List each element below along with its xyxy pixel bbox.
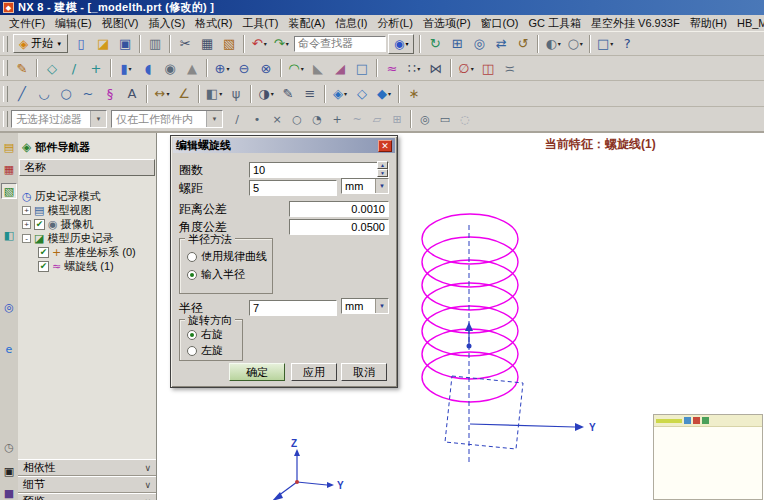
copy-icon[interactable]: ▦	[197, 34, 217, 54]
help-icon[interactable]: ?	[617, 34, 637, 54]
shell-icon[interactable]: □	[352, 58, 372, 78]
start-button[interactable]: ◈ 开始 ▼	[13, 34, 68, 53]
mini-toolbar-icon[interactable]	[693, 417, 700, 424]
history-palette-icon[interactable]: ◷	[1, 439, 17, 455]
assembly-navigator-icon[interactable]: ▤	[1, 139, 17, 155]
datum-axis-icon[interactable]: /	[64, 58, 84, 78]
zoom-icon[interactable]: ◎	[469, 34, 489, 54]
roles-icon[interactable]: ■	[1, 485, 17, 500]
selection-scope-combo[interactable]: 仅在工作部件内 ▼	[111, 110, 223, 128]
menu-item-6[interactable]: 装配(A)	[283, 15, 330, 32]
trim-body-icon[interactable]: ∅▾	[456, 58, 476, 78]
orient-view-icon[interactable]: ◈▾	[330, 84, 350, 104]
paste-icon[interactable]: ▧	[219, 34, 239, 54]
radio-enter-radius[interactable]: 输入半径	[187, 267, 245, 282]
chevron-down-icon[interactable]: ▾	[129, 65, 132, 72]
snap-point-on-face-icon[interactable]: ▱	[368, 110, 386, 128]
chevron-down-icon[interactable]: ▼	[375, 299, 388, 313]
menu-item-10[interactable]: 窗口(O)	[476, 15, 524, 32]
redo-icon[interactable]: ↷▾	[271, 34, 291, 54]
edge-blend-icon[interactable]: ◠▾	[286, 58, 306, 78]
snap-point-settings-icon[interactable]: ∗	[404, 84, 424, 104]
spin-down-icon[interactable]: ▼	[377, 169, 388, 177]
menu-item-4[interactable]: 格式(R)	[190, 15, 237, 32]
window-icon[interactable]: □▾	[595, 34, 615, 54]
selection-filter-combo[interactable]: 无选择过滤器 ▼	[11, 110, 107, 128]
section-view-icon[interactable]: ◧▾	[204, 84, 224, 104]
toolbar-grip[interactable]	[3, 111, 8, 127]
mini-toolbar-icon[interactable]	[684, 417, 691, 424]
toolbar-grip[interactable]	[3, 60, 8, 76]
constraint-navigator-icon[interactable]: ▦	[1, 161, 17, 177]
snap-quadrant-icon[interactable]: ◔	[308, 110, 326, 128]
helix-curve[interactable]	[422, 214, 518, 402]
line-icon[interactable]: ╱	[12, 84, 32, 104]
snap-arc-center-icon[interactable]: ○	[288, 110, 306, 128]
checkbox-checked-icon[interactable]: ✔	[38, 247, 49, 258]
radio-left-hand[interactable]: 左旋	[187, 343, 223, 358]
distance-tolerance-input[interactable]	[289, 201, 389, 217]
point-icon[interactable]: +	[86, 58, 106, 78]
undo-icon[interactable]: ↶▾	[249, 34, 269, 54]
open-folder-icon[interactable]: ◪	[93, 34, 113, 54]
hole-icon[interactable]: ◉	[160, 58, 180, 78]
section-details[interactable]: 细节∨	[18, 476, 156, 493]
chamfer-icon[interactable]: ◣	[308, 58, 328, 78]
column-header-name[interactable]: 名称	[19, 159, 155, 176]
shaded-view-icon[interactable]: ◐▾	[543, 34, 563, 54]
intersect-icon[interactable]: ⊗	[256, 58, 276, 78]
apply-button[interactable]: 应用	[291, 363, 337, 381]
arc-icon[interactable]: ◡	[34, 84, 54, 104]
tree-item-datum-csys[interactable]: ✔+基准坐标系 (0)	[18, 245, 156, 259]
menu-item-14[interactable]: HB_MOULD M6.6	[732, 16, 764, 30]
snap-intersection-icon[interactable]: ×	[268, 110, 286, 128]
chevron-down-icon[interactable]: ▾	[219, 90, 222, 97]
extrude-icon[interactable]: ▮▾	[116, 58, 136, 78]
layer-settings-icon[interactable]: ≡	[300, 84, 320, 104]
menu-item-9[interactable]: 首选项(P)	[418, 15, 476, 32]
pitch-unit-dropdown[interactable]: mm ▼	[341, 178, 389, 194]
pan-icon[interactable]: ⇄	[491, 34, 511, 54]
toolbar-grip[interactable]	[3, 36, 8, 52]
radius-input[interactable]	[249, 300, 337, 316]
chevron-down-icon[interactable]: ▾	[166, 90, 169, 97]
menu-item-8[interactable]: 分析(L)	[372, 15, 417, 32]
menu-item-13[interactable]: 帮助(H)	[685, 15, 732, 32]
chevron-down-icon[interactable]: ∨	[144, 463, 151, 473]
chevron-down-icon[interactable]: ▼	[375, 179, 388, 193]
cancel-button[interactable]: 取消	[341, 363, 387, 381]
save-icon[interactable]: ▣	[115, 34, 135, 54]
snap-existing-point-icon[interactable]: +	[328, 110, 346, 128]
radius-unit-dropdown[interactable]: mm ▼	[341, 298, 389, 314]
chevron-down-icon[interactable]: ▾	[388, 90, 391, 97]
reuse-library-icon[interactable]: ◧	[1, 227, 17, 243]
cut-icon[interactable]: ✂	[175, 34, 195, 54]
expand-icon[interactable]: +	[22, 206, 31, 215]
render-style-icon[interactable]: ◆▾	[374, 84, 394, 104]
chevron-down-icon[interactable]: ▾	[271, 90, 274, 97]
chevron-down-icon[interactable]: ▾	[558, 40, 561, 47]
chevron-down-icon[interactable]: ▾	[417, 65, 420, 72]
revolve-icon[interactable]: ◖	[138, 58, 158, 78]
isometric-view-icon[interactable]: ◇	[352, 84, 372, 104]
mini-toolbar-icon[interactable]	[702, 417, 709, 424]
wireframe-view-icon[interactable]: ○▾	[565, 34, 585, 54]
chevron-down-icon[interactable]: ∨	[144, 480, 151, 490]
chevron-down-icon[interactable]: ▾	[471, 65, 474, 72]
pattern-feature-icon[interactable]: ∷▾	[404, 58, 424, 78]
snap-endpoint-icon[interactable]: /	[228, 110, 246, 128]
curvature-analysis-icon[interactable]: ψ	[226, 84, 246, 104]
radio-right-hand[interactable]: 右旋	[187, 327, 223, 342]
section-dependencies[interactable]: 相依性∨	[18, 459, 156, 476]
subtract-icon[interactable]: ⊖	[234, 58, 254, 78]
chevron-down-icon[interactable]: ▾	[301, 65, 304, 72]
measure-angle-icon[interactable]: ∠	[174, 84, 194, 104]
new-file-icon[interactable]: ▯	[71, 34, 91, 54]
chevron-down-icon[interactable]: ▾	[286, 40, 289, 47]
datum-plane[interactable]	[445, 376, 523, 449]
chevron-down-icon[interactable]: ▼	[206, 111, 222, 127]
origin-marker[interactable]	[465, 322, 473, 349]
tree-item-model-views[interactable]: +▤模型视图	[18, 203, 156, 217]
section-preview[interactable]: 预览∨	[18, 493, 156, 500]
menu-item-5[interactable]: 工具(T)	[237, 15, 283, 32]
